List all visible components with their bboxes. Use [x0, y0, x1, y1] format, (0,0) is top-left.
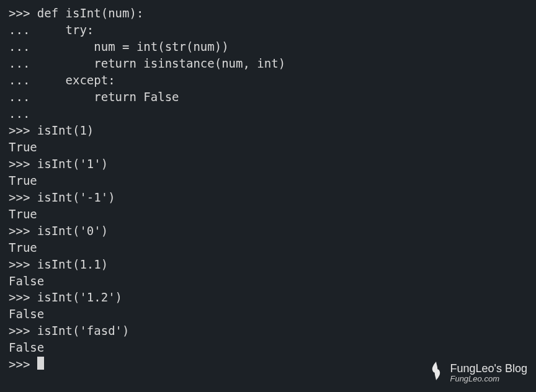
- code-line: >>> isInt(1.1): [9, 256, 527, 273]
- code-line: >>> isInt('1'): [9, 156, 527, 172]
- watermark-subtitle: FungLeo.com: [450, 375, 527, 383]
- output-line: True: [9, 139, 527, 156]
- output-line: False: [9, 339, 527, 356]
- code-line: >>> def isInt(num):: [9, 5, 527, 22]
- output-line: False: [9, 306, 527, 323]
- output-line: False: [9, 273, 527, 290]
- output-line: True: [9, 206, 527, 223]
- code-line: ... try:: [9, 22, 527, 38]
- watermark-title: FungLeo's Blog: [450, 363, 527, 375]
- prompt-text: >>>: [9, 357, 37, 371]
- terminal-output[interactable]: >>> def isInt(num): ... try: ... num = i…: [9, 5, 527, 373]
- code-line: ...: [9, 105, 527, 122]
- code-line: >>> isInt('1.2'): [9, 289, 527, 306]
- output-line: True: [9, 172, 527, 189]
- leaf-icon: [427, 360, 445, 386]
- code-line: ... return isinstance(num, int): [9, 55, 527, 72]
- output-line: True: [9, 239, 527, 256]
- code-line: ... except:: [9, 72, 527, 89]
- code-line: >>> isInt('fasd'): [9, 323, 527, 339]
- code-line: >>> isInt(1): [9, 122, 527, 139]
- code-line: >>> isInt('0'): [9, 223, 527, 239]
- code-line: ... num = int(str(num)): [9, 38, 527, 55]
- cursor-icon: [37, 357, 44, 370]
- code-line: ... return False: [9, 89, 527, 105]
- code-line: >>> isInt('-1'): [9, 189, 527, 206]
- watermark: FungLeo's Blog FungLeo.com: [427, 360, 527, 386]
